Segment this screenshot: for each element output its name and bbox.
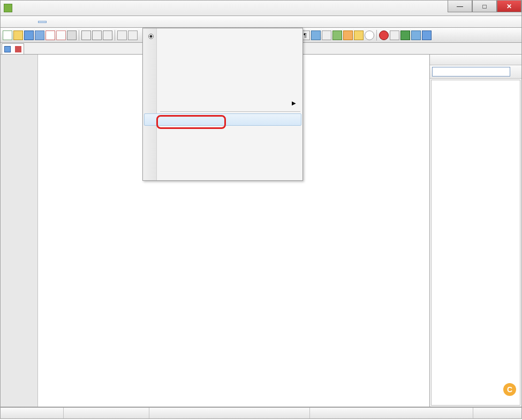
- close-button[interactable]: ✕: [497, 1, 521, 12]
- menuitem-to-utf8bom[interactable]: [144, 139, 301, 152]
- menu-encoding[interactable]: [38, 21, 47, 23]
- menu-language[interactable]: [47, 21, 55, 23]
- close-all-icon[interactable]: [56, 30, 66, 40]
- minimize-button[interactable]: —: [448, 1, 472, 12]
- sort-az-icon[interactable]: [512, 68, 515, 75]
- menuitem-to-ucs2be[interactable]: [144, 152, 301, 166]
- play-multi-icon[interactable]: [411, 30, 421, 40]
- menubar: [0, 16, 522, 28]
- status-position: [149, 408, 310, 418]
- toolbar-sep: [79, 30, 79, 41]
- maximize-button[interactable]: □: [472, 1, 497, 12]
- status-encoding[interactable]: [473, 408, 521, 418]
- function-list-body[interactable]: [431, 80, 520, 406]
- menuitem-use-ucs2le[interactable]: [144, 83, 301, 96]
- tab-close-icon[interactable]: [15, 46, 21, 52]
- function-list-icon[interactable]: [343, 30, 353, 40]
- open-file-icon[interactable]: [13, 30, 23, 40]
- menuitem-use-utf8[interactable]: [144, 43, 301, 56]
- encoding-dropdown: ▶: [142, 28, 303, 181]
- tab-testdemo[interactable]: [2, 43, 24, 54]
- menu-help[interactable]: [107, 21, 115, 23]
- watermark-logo-icon: C: [503, 383, 516, 396]
- print-icon[interactable]: [67, 30, 77, 40]
- menu-file[interactable]: [4, 21, 12, 23]
- status-length: [1, 408, 64, 418]
- stop-macro-icon[interactable]: [390, 30, 399, 40]
- statusbar: [0, 407, 522, 419]
- menu-view[interactable]: [29, 21, 38, 23]
- app-icon: [4, 4, 12, 12]
- folder-workspace-icon[interactable]: [354, 30, 364, 40]
- menu-search[interactable]: [21, 21, 29, 23]
- save-all-icon[interactable]: [35, 30, 44, 40]
- toolbar-sep: [115, 30, 115, 41]
- toolbar-sep: [376, 30, 377, 41]
- redo-icon[interactable]: [128, 30, 138, 40]
- menu-tools[interactable]: [64, 21, 72, 23]
- panel-toolbar: [430, 65, 521, 79]
- record-macro-icon[interactable]: [379, 30, 389, 40]
- save-macro-icon[interactable]: [422, 30, 432, 40]
- close-file-icon[interactable]: [46, 30, 55, 40]
- status-lines: [64, 408, 149, 418]
- cut-icon[interactable]: [81, 30, 91, 40]
- menu-edit[interactable]: [12, 21, 21, 23]
- window-buttons: — □ ✕: [448, 1, 521, 12]
- submenu-arrow-icon: ▶: [292, 100, 296, 106]
- function-search-input[interactable]: [432, 67, 510, 77]
- dropdown-separator: [160, 111, 300, 112]
- menuitem-use-ucs2be[interactable]: [144, 70, 301, 83]
- doc-map-icon[interactable]: [332, 30, 342, 40]
- user-lang-icon[interactable]: [322, 30, 331, 40]
- save-icon[interactable]: [24, 30, 34, 40]
- menuitem-to-ucs2le[interactable]: [144, 166, 301, 179]
- status-eol[interactable]: [414, 408, 473, 418]
- menuitem-charset[interactable]: ▶: [144, 96, 301, 110]
- play-macro-icon[interactable]: [400, 30, 410, 40]
- saved-file-icon: [4, 46, 11, 52]
- new-file-icon[interactable]: [3, 30, 12, 40]
- line-number-gutter: [1, 55, 38, 407]
- indent-guide-icon[interactable]: [311, 30, 321, 40]
- menu-settings[interactable]: [55, 21, 64, 23]
- titlebar: — □ ✕: [0, 0, 522, 16]
- radio-checked-icon: [148, 34, 154, 39]
- menuitem-to-utf8[interactable]: [144, 126, 301, 139]
- menuitem-to-ansi[interactable]: [144, 113, 301, 126]
- function-list-panel: [429, 55, 521, 407]
- copy-icon[interactable]: [92, 30, 102, 40]
- menuitem-use-utf8bom[interactable]: [144, 56, 301, 70]
- undo-icon[interactable]: [117, 30, 127, 40]
- menu-macro[interactable]: [72, 21, 81, 23]
- menuitem-use-ansi[interactable]: [144, 29, 301, 43]
- menu-plugins[interactable]: [89, 21, 98, 23]
- paste-icon[interactable]: [103, 30, 112, 40]
- menu-run[interactable]: [81, 21, 89, 23]
- menu-window[interactable]: [98, 21, 107, 23]
- monitoring-icon[interactable]: [365, 30, 374, 40]
- watermark: C: [503, 383, 518, 396]
- panel-header: [430, 55, 521, 65]
- reload-icon[interactable]: [517, 68, 520, 75]
